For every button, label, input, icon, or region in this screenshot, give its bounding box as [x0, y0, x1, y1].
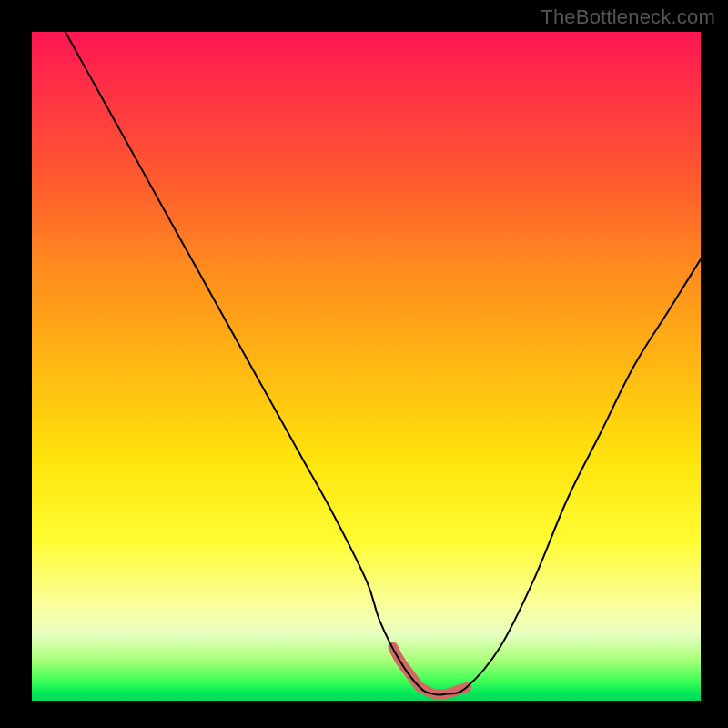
- watermark-text: TheBottleneck.com: [541, 5, 715, 29]
- bottleneck-curve-line: [66, 32, 701, 695]
- optimal-range-highlight: [393, 647, 467, 694]
- curve-layer: [32, 32, 701, 701]
- chart-frame: TheBottleneck.com: [0, 0, 728, 728]
- plot-area: [32, 32, 701, 701]
